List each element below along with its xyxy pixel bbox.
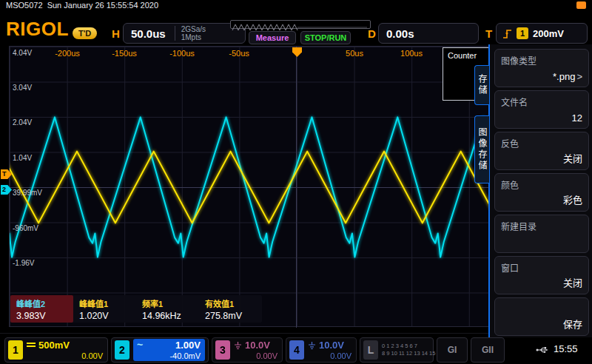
generator-1-button[interactable]: GI [437,337,468,363]
channel-3-offset: 0.00V [234,351,279,360]
time-label: -50us [229,49,249,58]
measurement-label: 峰峰值1 [79,297,130,309]
menu-item-label: 颜色 [501,178,519,191]
memory-position-bar[interactable] [230,20,371,29]
channel-3-block[interactable]: 3 10.0V 0.00V [212,337,283,363]
menu-item-invert[interactable]: 反色 关闭 [494,132,589,170]
volt-label: 4.04V [13,49,32,57]
measurement-label: 有效值1 [205,297,256,309]
counter-label: Counter [448,51,477,60]
time-label: -200us [55,49,80,58]
delay-box[interactable]: 0.00s [378,23,479,44]
tab-storage[interactable]: 存储 [474,65,489,105]
volt-label: -960mV [13,224,38,232]
delay-value: 0.00s [379,27,414,40]
menu-item-value: 12 [572,112,582,124]
rigol-logo: RIGOL [6,18,69,41]
measure-button[interactable]: Measure [249,31,296,44]
channel-2-scale: 1.00V [175,340,201,351]
measurement-label: 峰峰值2 [16,297,67,309]
memory-depth: 1Mpts [181,33,206,41]
volt-label: 2.04V [13,118,32,127]
menu-item-file-name[interactable]: 文件名 12 [494,90,589,129]
menu-item-value: 彩色 [563,192,582,206]
menu-item-value: 关闭 [563,151,582,165]
volt-label: 1.04V [13,154,32,162]
channel-2-block[interactable]: 2 ~ 1.00V -40.0mV [111,337,209,363]
volt-label: 3.04V [13,84,32,92]
volt-label: -1.96V [13,259,34,267]
menu-item-value: 关闭 [563,275,582,289]
time-label: -150us [112,49,137,58]
measurement-value: 1.020V [79,311,130,321]
menu-item-value: 保存 [563,317,582,331]
measurement-label: 频率1 [142,297,193,309]
channel-4-block[interactable]: 4 10.0V 0.00V [286,337,357,363]
horizontal-label: H [112,27,120,40]
oscilloscope-screen: MSO5072 Sun January 26 15:55:54 2020 RIG… [0,0,592,364]
menu-item-new-directory[interactable]: 新建目录 [494,215,589,253]
menu-item-label: 窗口 [501,261,519,274]
la-channels-row1: 0 1 2 3 4 5 6 7 [382,343,435,350]
time-label: 50us [346,49,363,58]
model-and-date: MSO5072 Sun January 26 15:55:54 2020 [6,1,158,10]
channel-3-badge: 3 [215,340,230,360]
logic-analyzer-block[interactable]: L 0 1 2 3 4 5 6 7 8 9 10 11 12 13 14 15 [360,337,434,363]
timebase-value: 50.0us [124,27,166,40]
memory-waveform-icon [231,24,370,31]
channel-1-offset: 0.00V [27,351,104,360]
stop-run-button[interactable]: STOP/RUN [300,31,351,44]
measurement-rms1[interactable]: 有效值1 275.8mV [199,295,262,323]
channel-4-scale: 10.0V [319,340,344,351]
sample-rate: 2GSa/s [181,25,206,33]
trigger-box[interactable]: 1 200mV [496,23,588,44]
notification-icon [576,1,586,9]
la-channels-row2: 8 9 10 11 12 13 14 15 [382,350,435,357]
menu-item-color[interactable]: 颜色 彩色 [494,173,589,212]
trigger-source-badge: 1 [517,27,528,39]
menu-item-label: 反色 [501,137,519,149]
measurement-vpp2[interactable]: 峰峰值2 3.983V [10,295,73,323]
measurement-value: 3.983V [16,311,67,321]
usb-icon [536,344,549,357]
channel-2-offset: -40.0mV [169,351,201,360]
status-bar: MSO5072 Sun January 26 15:55:54 2020 [0,0,592,10]
channel-status-bar: 1 500mV 0.00V 2 ~ 1.00V -40.0mV 3 10.0V … [0,333,592,364]
measurement-freq1[interactable]: 频率1 14.96kHz [136,295,199,323]
menu-item-window[interactable]: 窗口 关闭 [494,256,589,294]
menu-item-value: *.png [553,71,575,82]
trigger-level-value: 200mV [533,28,564,39]
channel-1-block[interactable]: 1 500mV 0.00V [4,337,108,363]
channel-2-badge: 2 [115,340,130,360]
generator-2-button[interactable]: GII [471,337,505,363]
channel-4-badge: 4 [289,340,304,360]
measurement-vpp1[interactable]: 峰峰值1 1.020V [73,295,136,323]
trigger-slope-icon [502,28,512,39]
menu-item-save[interactable]: 保存 [494,297,589,336]
channel-3-scale: 10.0V [245,340,270,351]
divider [175,26,175,41]
measurement-overlay: 峰峰值2 3.983V 峰峰值1 1.020V 频率1 14.96kHz 有效值… [10,295,262,323]
volt-label: 39.99mV [13,189,42,197]
channel-1-badge: 1 [8,340,23,360]
menu-item-label: 新建目录 [501,220,536,232]
menu-item-label: 图像类型 [501,54,536,67]
storage-menu-panel: 图像类型 *.png> 文件名 12 反色 关闭 颜色 彩色 新建目录 窗口 关… [488,44,592,337]
menu-item-image-type[interactable]: 图像类型 *.png> [494,49,589,87]
ground-coupling-icon [308,342,316,349]
measurement-value: 14.96kHz [142,311,193,321]
la-badge: L [363,340,378,360]
measurement-value: 275.8mV [205,311,256,321]
menu-item-label: 文件名 [501,95,528,108]
timebase-box[interactable]: 50.0us 2GSa/s 1Mpts [123,23,246,44]
channel-4-offset: 0.00V [308,351,353,360]
tab-image-storage[interactable]: 图像存储 [474,115,489,183]
header-toolbar: RIGOL T'D H 50.0us 2GSa/s 1Mpts Measure … [0,10,592,46]
ac-coupling-icon: ~ [137,339,143,351]
submenu-arrow-icon: > [576,71,582,82]
dc-coupling-icon [27,343,36,348]
system-time: 15:55 [554,343,578,354]
time-label: -100us [169,49,195,58]
time-label: 100us [400,49,423,58]
trigger-label: T [485,27,492,40]
